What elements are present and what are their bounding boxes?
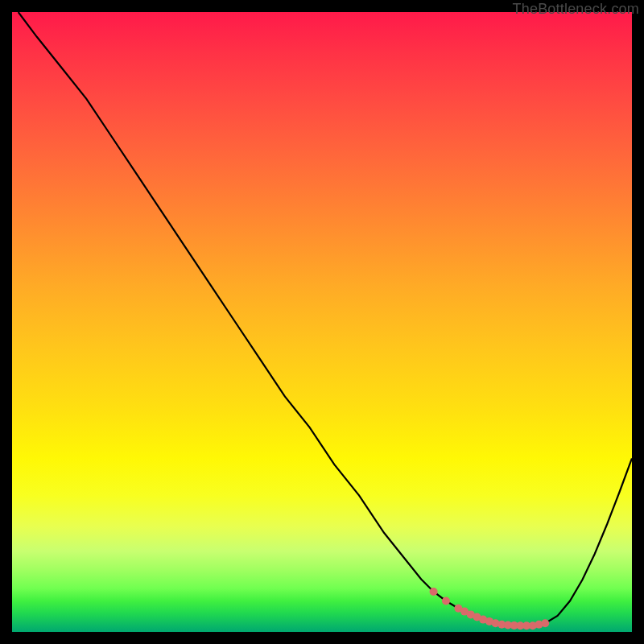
chart-svg [12,12,632,632]
bottleneck-curve [19,12,632,625]
watermark-text: TheBottleneck.com [513,1,639,18]
optimum-marker-group [430,588,550,630]
plot-area [12,12,632,632]
optimum-marker [541,619,549,627]
optimum-marker [430,588,438,596]
optimum-marker [442,597,450,605]
chart-container: TheBottleneck.com [0,0,644,644]
